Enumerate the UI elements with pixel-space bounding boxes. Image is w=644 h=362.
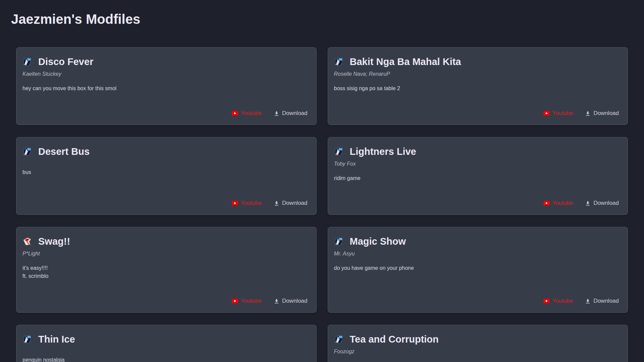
modfile-header: Thin Ice [22,334,308,345]
download-link-label: Download [282,200,308,206]
modfile-description: it's easy!!!!ft. scrimblo [22,264,308,280]
modfile-card: Swag!! P*Light it's easy!!!!ft. scrimblo… [16,227,317,313]
youtube-link[interactable]: Youtube [232,298,262,304]
download-arrow-icon [585,298,591,304]
modfile-description: ridim game [334,174,619,182]
youtube-link-label: Youtube [552,200,573,206]
modfile-title: Swag!! [38,236,70,247]
broken-image-blue-icon [22,57,32,66]
modfile-card: Tea and Corruption Foozogz i prefer coff… [328,325,628,362]
youtube-play-icon [543,201,550,205]
youtube-play-icon [232,201,238,205]
broken-image-blue-icon [22,335,32,344]
page-title: Jaezmien's Modfiles [11,11,644,27]
download-link[interactable]: Download [274,200,308,206]
modfile-header: Bakit Nga Ba Mahal Kita [334,56,619,67]
youtube-link-label: Youtube [552,298,573,304]
youtube-play-icon [543,299,550,303]
youtube-link-label: Youtube [241,200,262,206]
modfile-artist: Roselle Nava; RenaruP [334,71,619,77]
modfile-header: Tea and Corruption [334,334,619,345]
broken-image-blue-icon [22,147,32,156]
modfile-artist: Foozogz [334,349,619,355]
modfile-card: Lightners Live Toby Fox ridim game Youtu… [328,137,628,215]
broken-image-red-icon [22,237,32,246]
modfile-actions: Youtube Download [22,110,308,117]
youtube-play-icon [543,111,550,116]
youtube-link-label: Youtube [552,110,573,117]
modfile-actions: Youtube Download [22,200,308,206]
modfiles-grid: Disco Fever Kaelten Stuckey hey can you … [16,47,628,362]
download-link-label: Download [593,110,619,117]
modfile-actions: Youtube Download [22,298,308,304]
modfile-artist: P*Light [22,251,308,257]
modfile-title: Tea and Corruption [350,334,439,345]
modfile-header: Desert Bus [22,146,308,157]
youtube-link[interactable]: Youtube [232,110,262,117]
modfile-artist: Toby Fox [334,161,619,167]
modfile-title: Desert Bus [38,146,90,157]
download-link-label: Download [282,298,308,304]
download-link-label: Download [593,200,619,206]
modfile-title: Magic Show [350,236,406,247]
youtube-link[interactable]: Youtube [543,200,573,206]
modfile-card: Magic Show Mr. Asyu do you have game on … [328,227,628,313]
modfile-card: Desert Bus bus Youtube Download [16,137,317,215]
broken-image-blue-icon [334,57,343,66]
download-link-label: Download [282,110,308,117]
modfile-header: Swag!! [22,236,308,247]
download-arrow-icon [585,200,591,206]
download-link[interactable]: Download [585,298,619,304]
youtube-link[interactable]: Youtube [543,110,573,117]
modfile-card: Thin Ice penguin nostalgia Youtube Downl… [16,325,317,362]
download-link[interactable]: Download [585,200,619,206]
modfile-artist: Mr. Asyu [334,251,619,257]
download-arrow-icon [274,200,279,206]
modfile-title: Thin Ice [38,334,75,345]
youtube-link-label: Youtube [241,298,262,304]
youtube-play-icon [232,299,238,303]
modfile-description: penguin nostalgia [22,356,308,362]
modfile-card: Disco Fever Kaelten Stuckey hey can you … [16,47,317,125]
youtube-play-icon [232,111,238,116]
modfile-artist: Kaelten Stuckey [22,71,308,77]
download-link[interactable]: Download [274,298,308,304]
download-arrow-icon [585,111,591,116]
broken-image-blue-icon [334,147,343,156]
broken-image-blue-icon [334,237,343,246]
modfile-title: Bakit Nga Ba Mahal Kita [350,56,461,67]
download-link-label: Download [593,298,619,304]
broken-image-blue-icon [334,335,343,344]
modfile-header: Magic Show [334,236,619,247]
download-arrow-icon [274,111,279,116]
modfile-header: Lightners Live [334,146,619,157]
modfile-actions: Youtube Download [334,298,619,304]
youtube-link[interactable]: Youtube [232,200,262,206]
modfile-description: do you have game on your phone [334,264,619,272]
download-link[interactable]: Download [274,110,308,117]
youtube-link[interactable]: Youtube [543,298,573,304]
download-link[interactable]: Download [585,110,619,117]
modfile-description: hey can you move this box for this smol [22,84,308,93]
modfile-actions: Youtube Download [334,110,619,117]
youtube-link-label: Youtube [241,110,262,117]
download-arrow-icon [274,298,279,304]
modfile-description: bus [22,168,308,176]
modfile-description: boss sisig nga po sa table 2 [334,84,619,93]
modfile-title: Lightners Live [350,146,416,157]
modfile-actions: Youtube Download [334,200,619,206]
modfile-header: Disco Fever [22,56,308,67]
modfile-title: Disco Fever [38,56,93,67]
modfile-card: Bakit Nga Ba Mahal Kita Roselle Nava; Re… [328,47,628,125]
